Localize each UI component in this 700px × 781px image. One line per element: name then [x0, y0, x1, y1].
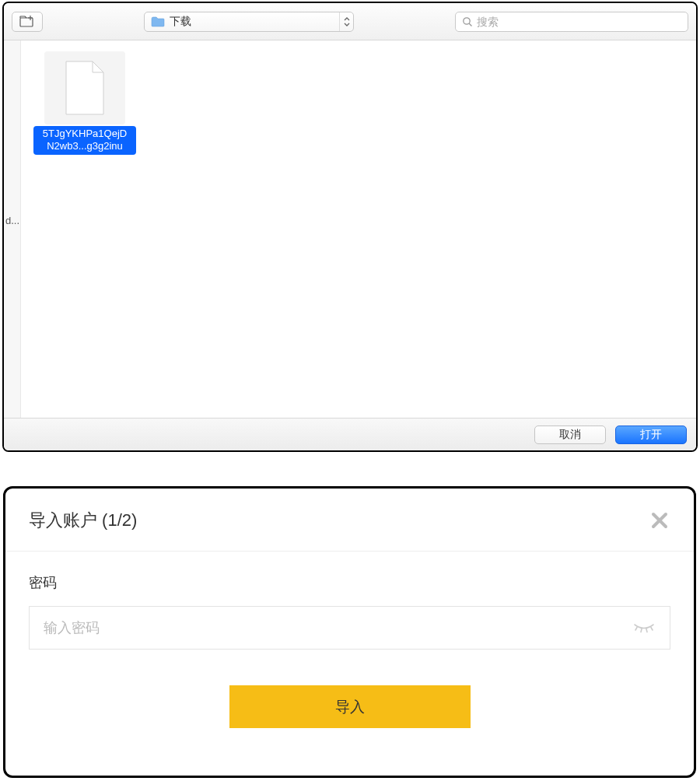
svg-line-9 — [646, 629, 647, 632]
search-icon — [462, 16, 473, 27]
location-dropdown[interactable]: 下载 — [144, 12, 354, 32]
svg-line-4 — [469, 23, 471, 26]
svg-line-10 — [651, 628, 653, 631]
file-name-line2: N2wb3...g3g2inu — [47, 140, 123, 152]
file-name-line1: 5TJgYKHPa1QejD — [43, 128, 127, 139]
file-dialog-toolbar: 下载 — [4, 3, 696, 40]
file-open-dialog: 下载 d... — [2, 2, 698, 452]
svg-point-3 — [464, 17, 470, 23]
file-item[interactable]: 5TJgYKHPa1QejD N2wb3...g3g2inu — [35, 51, 135, 155]
file-dialog-footer: 取消 打开 — [4, 418, 696, 450]
toolbar-center: 下载 — [51, 12, 447, 32]
file-name: 5TJgYKHPa1QejD N2wb3...g3g2inu — [33, 126, 136, 155]
generic-file-icon — [61, 60, 108, 116]
sidebar-item-label: d... — [5, 215, 19, 226]
open-label: 打开 — [640, 428, 662, 442]
import-button-label: 导入 — [335, 699, 365, 715]
search-box[interactable] — [455, 12, 688, 32]
new-folder-button[interactable] — [12, 12, 43, 32]
password-field-wrap — [29, 606, 670, 650]
file-body: d... 5TJgYKHPa1QejD N2wb3...g3g2inu — [4, 40, 696, 418]
file-grid[interactable]: 5TJgYKHPa1QejD N2wb3...g3g2inu — [21, 40, 696, 418]
modal-title: 导入账户 (1/2) — [29, 509, 137, 532]
cancel-button[interactable]: 取消 — [534, 426, 606, 444]
sidebar[interactable]: d... — [4, 40, 21, 418]
import-account-modal: 导入账户 (1/2) 密码 导入 — [3, 486, 696, 778]
svg-line-8 — [641, 629, 642, 632]
file-thumbnail — [44, 51, 125, 124]
toggle-password-visibility[interactable] — [632, 621, 656, 635]
open-button[interactable]: 打开 — [615, 426, 687, 444]
chevron-updown-icon — [339, 12, 353, 31]
password-label: 密码 — [29, 573, 670, 592]
modal-header: 导入账户 (1/2) — [5, 489, 694, 552]
password-input[interactable] — [44, 620, 632, 636]
modal-body: 密码 导入 — [5, 552, 694, 736]
close-icon — [651, 512, 668, 529]
eye-closed-icon — [632, 621, 656, 635]
cancel-label: 取消 — [559, 428, 581, 442]
close-button[interactable] — [649, 510, 670, 531]
folder-icon — [151, 16, 165, 27]
new-folder-icon — [19, 16, 35, 27]
location-label: 下载 — [170, 15, 347, 29]
svg-line-7 — [635, 628, 637, 631]
search-input[interactable] — [477, 16, 681, 28]
import-button[interactable]: 导入 — [229, 685, 471, 728]
